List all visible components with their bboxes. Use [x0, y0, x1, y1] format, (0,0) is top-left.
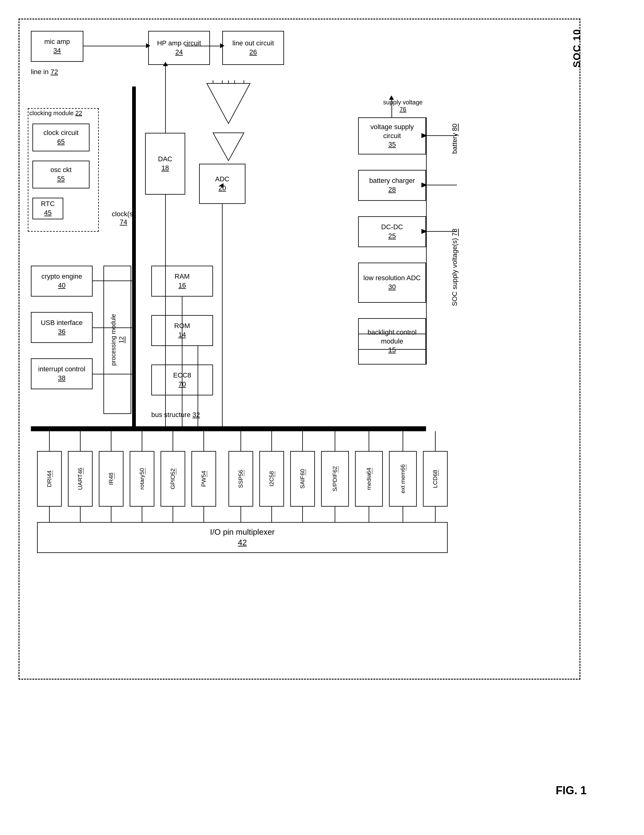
svg-marker-9 — [422, 229, 428, 234]
battery-to-charger-h — [426, 185, 457, 185]
mic-to-hp-arrow — [146, 43, 150, 49]
svg-marker-7 — [422, 133, 428, 138]
io-to-mux-v9 — [302, 507, 303, 522]
adc-to-bus-v — [222, 204, 222, 426]
clocking-module-label: clocking module 22 — [29, 110, 82, 117]
io-ssp: SSP56 — [229, 451, 253, 507]
ecc-to-bus-v — [182, 395, 182, 426]
svg-marker-10 — [146, 43, 150, 48]
dac-to-hp-arrow — [163, 62, 168, 67]
io-spdif: S/PDIF62 — [321, 451, 349, 507]
io-to-mux-v3 — [111, 507, 112, 522]
soc-supply-label: SOC supply voltage(s) 78 — [451, 229, 466, 306]
io-to-mux-v5 — [173, 507, 173, 522]
io-to-mux-v4 — [142, 507, 142, 522]
io-to-mux-v7 — [240, 507, 241, 522]
io-i2c: I2C58 — [260, 451, 284, 507]
io-ir: IR48 — [99, 451, 123, 507]
crypto-to-bus-h — [92, 281, 132, 281]
right-to-bus-2 — [358, 349, 426, 350]
usb-to-bus-h — [92, 327, 132, 328]
hp-amp-block: HP amp circuit 24 — [148, 31, 210, 65]
svg-marker-13 — [389, 96, 394, 100]
io-uart: UART46 — [68, 451, 92, 507]
usb-interface-block: USB interface 36 — [31, 312, 92, 343]
io-lcd: LCD68 — [423, 451, 448, 507]
power-right-v — [426, 117, 427, 364]
dc-arrow — [422, 229, 429, 235]
interrupt-control-block: interrupt control 38 — [31, 358, 92, 389]
svg-marker-6 — [213, 133, 244, 161]
svg-marker-0 — [207, 83, 250, 123]
battery-h-line — [426, 135, 457, 136]
bus-to-io-v12 — [402, 431, 403, 451]
dc-dc-block: DC-DC 25 — [358, 216, 426, 247]
adc-to-proc-arrow — [219, 183, 224, 189]
mixer-triangle-large — [204, 80, 253, 128]
clock-circuit-block: clock circuit 65 — [32, 123, 89, 151]
bus-to-io-v2 — [80, 431, 81, 451]
bus-to-io-v9 — [302, 431, 303, 451]
bus-bar-horizontal — [31, 426, 426, 431]
supply-voltage-arrow — [389, 96, 394, 101]
io-pw: PW54 — [191, 451, 216, 507]
low-res-adc-block: low resolution ADC 30 — [358, 263, 426, 303]
battery-arrow — [422, 133, 429, 139]
right-to-bus-1 — [358, 334, 426, 334]
dac-to-lineout-h — [185, 46, 222, 46]
bus-to-io-v3 — [111, 431, 112, 451]
svg-marker-8 — [422, 183, 428, 187]
io-mux-block: I/O pin multiplexer 42 — [37, 522, 448, 553]
ram-block: RAM 16 — [151, 266, 213, 297]
backlight-block: backlight control module 15 — [358, 318, 426, 364]
io-to-mux-v1 — [49, 507, 50, 522]
battery-label: battery 80 — [451, 123, 459, 154]
soc-supply-to-dc — [426, 231, 457, 232]
io-dri: DRI44 — [37, 451, 62, 507]
io-saif: SAIF60 — [290, 451, 315, 507]
svg-marker-14 — [219, 183, 224, 188]
soc-border: SOC 10 — [18, 18, 581, 680]
voltage-supply-block: voltage supply circuit 35 — [358, 117, 426, 154]
io-to-mux-v12 — [402, 507, 403, 522]
svg-marker-11 — [163, 62, 168, 66]
io-to-mux-v8 — [271, 507, 272, 522]
io-rotary: rotary50 — [130, 451, 154, 507]
bus-to-io-v6 — [203, 431, 204, 451]
processing-module-block: processing module 12 — [104, 266, 131, 414]
line-in-label: line in 72 — [31, 68, 58, 76]
soc-label: SOC 10 — [571, 29, 582, 68]
battery-charger-block: battery charger 28 — [358, 170, 426, 201]
dac-to-lineout-arrow — [220, 43, 224, 49]
bus-to-io-v4 — [142, 431, 142, 451]
rtc-block: RTC 45 — [32, 198, 63, 219]
interrupt-to-bus-h — [92, 374, 132, 374]
bus-to-io-v5 — [173, 431, 173, 451]
mic-to-hp-h — [83, 46, 148, 46]
osc-ckt-block: osc ckt 55 — [32, 161, 89, 188]
bus-to-io-v7 — [240, 431, 241, 451]
line-out-block: line out circuit 26 — [222, 31, 284, 65]
mic-amp-block: mic amp 34 — [31, 31, 83, 62]
bus-to-io-v11 — [368, 431, 369, 451]
crypto-engine-block: crypto engine 40 — [31, 266, 92, 297]
bus-to-io-v13 — [435, 431, 436, 451]
svg-marker-12 — [220, 43, 224, 48]
io-to-mux-v6 — [203, 507, 204, 522]
io-ext-mem: ext mem66 — [389, 451, 417, 507]
supply-voltage-v — [391, 99, 392, 117]
dac-block: DAC 18 — [145, 133, 185, 195]
bus-to-io-v8 — [271, 431, 272, 451]
diagram: SOC 10 mic amp 34 HP amp circuit 24 line… — [12, 12, 624, 822]
bus-to-io-v10 — [335, 431, 335, 451]
io-to-mux-v2 — [80, 507, 81, 522]
rom-to-bus-v — [198, 346, 198, 426]
bus-vertical-main — [132, 86, 136, 426]
fig-label: FIG. 1 — [556, 784, 587, 797]
bus-to-io-v1 — [49, 431, 50, 451]
mux-triangle-small — [210, 130, 247, 165]
bus-structure-label: bus structure 32 — [151, 411, 200, 419]
io-to-mux-v13 — [435, 507, 436, 522]
io-to-mux-v10 — [335, 507, 335, 522]
battery-to-charger-arrow — [422, 183, 429, 189]
